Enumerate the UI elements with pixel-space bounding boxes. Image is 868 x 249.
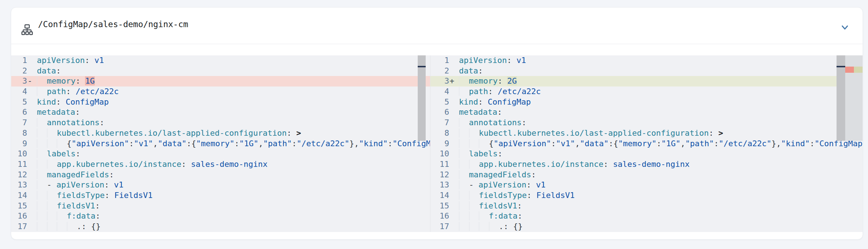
diff-sign <box>449 211 459 221</box>
code-text: kubectl.kubernetes.io/last-applied-confi… <box>37 128 301 139</box>
line-number: 13 <box>430 180 449 190</box>
line-number: 5 <box>11 97 27 107</box>
code-text: labels: <box>37 149 80 159</box>
code-line: 6metadata: <box>430 107 863 118</box>
code-line: 12 managedFields: <box>11 170 430 180</box>
diff-sign <box>449 139 459 149</box>
code-line: 14 fieldsType: FieldsV1 <box>430 190 863 201</box>
diff-sign: + <box>449 76 459 86</box>
diff-sign <box>27 149 37 159</box>
line-number: 5 <box>430 97 449 107</box>
diff-sign <box>27 159 37 170</box>
diff-sign <box>449 149 459 159</box>
yaml-diff-editor: 1apiVersion: v12data:3- memory: 1G4 path… <box>11 55 863 232</box>
line-number: 16 <box>430 211 449 221</box>
code-text: metadata: <box>37 107 80 118</box>
line-number: 9 <box>11 139 27 149</box>
overview-diff-marker <box>837 66 845 67</box>
code-text: .: {} <box>459 221 523 232</box>
diff-sign <box>27 97 37 107</box>
line-number: 14 <box>11 190 27 201</box>
line-number: 12 <box>11 170 27 180</box>
code-lines-original: 1apiVersion: v12data:3- memory: 1G4 path… <box>11 55 430 232</box>
code-text: data: <box>459 66 483 76</box>
code-line: 17 .: {} <box>11 221 430 232</box>
line-number: 10 <box>11 149 27 159</box>
code-line-removed: 3- memory: 1G <box>11 76 430 86</box>
line-number: 12 <box>430 170 449 180</box>
line-number: 6 <box>430 107 449 118</box>
code-line: 17 .: {} <box>430 221 863 232</box>
line-number: 8 <box>11 128 27 139</box>
diff-sign <box>27 55 37 66</box>
diff-sign <box>27 190 37 201</box>
code-text: {"apiVersion":"v1","data":{"memory":"1G"… <box>37 139 430 149</box>
code-text: app.kubernetes.io/instance: sales-demo-n… <box>459 159 690 170</box>
code-line: 4 path: /etc/a22c <box>430 86 863 97</box>
diff-pane-original[interactable]: 1apiVersion: v12data:3- memory: 1G4 path… <box>11 55 430 232</box>
code-line: 8 kubectl.kubernetes.io/last-applied-con… <box>11 128 430 139</box>
diff-sign <box>27 139 37 149</box>
code-text: annotations: <box>459 118 526 128</box>
line-number: 14 <box>430 190 449 201</box>
code-line: 5kind: ConfigMap <box>11 97 430 107</box>
code-text: apiVersion: v1 <box>459 55 526 66</box>
chevron-down-icon[interactable] <box>839 22 850 33</box>
diff-sign <box>449 118 459 128</box>
code-line: 13 - apiVersion: v1 <box>430 180 863 190</box>
code-line: 11 app.kubernetes.io/instance: sales-dem… <box>11 159 430 170</box>
code-line: 8 kubectl.kubernetes.io/last-applied-con… <box>430 128 863 139</box>
diff-sign <box>449 159 459 170</box>
code-text: fieldsType: FieldsV1 <box>37 190 153 201</box>
line-number: 11 <box>11 159 27 170</box>
code-line: 7 annotations: <box>430 118 863 128</box>
diff-sign <box>27 211 37 221</box>
code-text: {"apiVersion":"v1","data":{"memory":"1G"… <box>459 139 863 149</box>
diff-sign <box>449 190 459 201</box>
line-number: 13 <box>11 180 27 190</box>
diff-sign <box>27 118 37 128</box>
code-text: kubectl.kubernetes.io/last-applied-confi… <box>459 128 723 139</box>
line-number: 1 <box>430 55 449 66</box>
line-number: 6 <box>11 107 27 118</box>
line-number: 2 <box>11 66 27 76</box>
line-number: 3 <box>430 76 449 86</box>
diff-sign <box>27 86 37 97</box>
diff-sign <box>449 128 459 139</box>
line-number: 15 <box>430 201 449 211</box>
line-number: 2 <box>430 66 449 76</box>
diff-sign <box>27 66 37 76</box>
code-line: 11 app.kubernetes.io/instance: sales-dem… <box>430 159 863 170</box>
code-line: 2data: <box>11 66 430 76</box>
header-divider <box>11 44 863 44</box>
code-text: .: {} <box>37 221 101 232</box>
line-number: 1 <box>11 55 27 66</box>
diff-header[interactable]: /ConfigMap/sales-demo/nginx-cm <box>11 8 863 44</box>
resource-diff-card: /ConfigMap/sales-demo/nginx-cm 1apiVersi… <box>11 7 863 240</box>
code-text: fieldsType: FieldsV1 <box>459 190 575 201</box>
code-text: app.kubernetes.io/instance: sales-demo-n… <box>37 159 268 170</box>
code-text: kind: ConfigMap <box>459 97 531 107</box>
line-number: 7 <box>430 118 449 128</box>
diff-sign <box>449 170 459 180</box>
code-text: managedFields: <box>37 170 114 180</box>
code-line: 6metadata: <box>11 107 430 118</box>
code-line: 1apiVersion: v1 <box>430 55 863 66</box>
code-text: data: <box>37 66 61 76</box>
diff-sign <box>449 201 459 211</box>
code-line-added: 3+ memory: 2G <box>430 76 863 86</box>
diff-pane-modified[interactable]: 1apiVersion: v12data:3+ memory: 2G4 path… <box>430 55 863 232</box>
line-number: 8 <box>430 128 449 139</box>
code-text: f:data: <box>37 211 100 221</box>
scrollbar-thumb-modified[interactable] <box>837 55 845 141</box>
line-number: 16 <box>11 211 27 221</box>
scrollbar-thumb-original[interactable] <box>418 55 426 141</box>
overview-diff-marker <box>418 66 426 67</box>
diff-sign <box>27 107 37 118</box>
diff-sign <box>449 97 459 107</box>
page-background: /ConfigMap/sales-demo/nginx-cm 1apiVersi… <box>0 0 868 249</box>
diff-sign <box>449 66 459 76</box>
code-line: 4 path: /etc/a22c <box>11 86 430 97</box>
line-number: 4 <box>430 86 449 97</box>
code-text: f:data: <box>459 211 522 221</box>
